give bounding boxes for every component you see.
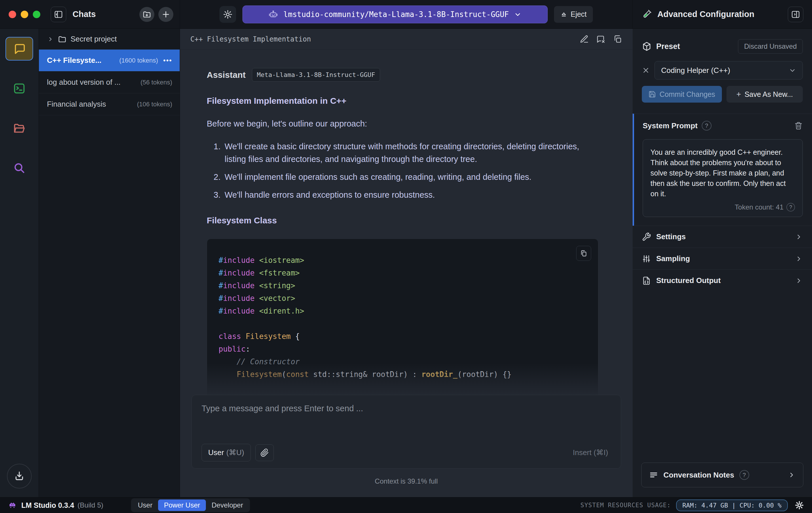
help-icon[interactable]: ? [702,121,712,131]
loaded-model-selector[interactable]: lmstudio-community/Meta-Llama-3.1-8B-Ins… [242,5,548,23]
insert-button[interactable]: Insert (⌘I) [570,444,611,461]
nav-chat-button[interactable] [5,37,33,60]
section-settings[interactable]: Settings [633,226,812,248]
system-prompt-box: You are an incredibly good C++ engineer.… [643,139,803,217]
discard-unsaved-button[interactable]: Discard Unsaved [738,39,803,54]
code-block: #include <iostream>#include <fstream>#in… [207,239,598,395]
paperclip-icon [260,449,269,457]
context-usage-status: Context is 39.1% full [192,477,621,485]
chevron-right-icon [795,233,803,241]
gear-icon [223,9,233,19]
message-scroll-area[interactable]: Assistant Meta-Llama-3.1-8B-Instruct-GGU… [180,50,633,395]
new-folder-button[interactable] [139,7,154,22]
conversation-notes-label: Conversation Notes [663,470,734,480]
top-bar-left: Chats [0,0,180,29]
tier-power-user[interactable]: Power User [158,500,206,511]
message-heading-2: Filesystem Class [207,216,598,225]
resources-usage-label: SYSTEM RESOURCES USAGE: [580,502,671,509]
minimize-window-button[interactable] [21,11,28,18]
chat-list-item[interactable]: log about version of ... (56 tokens) [39,72,180,93]
advanced-config-panel: Preset Discard Unsaved Coding Helper (C+… [633,29,812,497]
clear-preset-button[interactable] [642,66,650,74]
notes-lines-icon [649,470,658,480]
nav-my-models-button[interactable] [5,116,33,140]
nav-discover-button[interactable] [5,156,33,180]
chat-item-menu-button[interactable]: ••• [163,56,172,64]
sliders-icon [642,254,651,263]
tier-developer[interactable]: Developer [206,500,249,511]
code-content: #include <iostream>#include <fstream>#in… [219,254,586,395]
preset-select[interactable]: Coding Helper (C++) [655,61,803,80]
chat-title: C++ Filesyste... [47,56,102,65]
eject-model-button[interactable]: Eject [554,6,593,23]
section-label: Sampling [656,254,690,263]
save-icon [648,90,656,98]
user-tier-switcher: User Power User Developer [131,498,250,512]
app-version-label: LM Studio 0.3.4 [21,501,74,510]
save-as-new-button[interactable]: + Save As New... [726,86,803,103]
robot-icon [268,9,278,19]
conversation-notes-button[interactable]: Conversation Notes ? [641,463,803,487]
toggle-right-panel-button[interactable] [788,7,803,22]
nav-developer-button[interactable] [5,77,33,100]
new-chat-button[interactable] [158,7,173,22]
downloads-button[interactable] [7,464,32,488]
chats-panel-title: Chats [72,9,96,19]
top-bar: Chats lms [0,0,812,29]
resources-usage-value[interactable]: RAM: 4.47 GB | CPU: 0.00 % [676,500,788,511]
trash-icon[interactable] [794,122,803,130]
chevron-right-icon [787,471,795,479]
chevron-right-icon [795,277,803,285]
toggle-sidebar-button[interactable] [51,7,66,22]
plus-icon: + [736,90,741,99]
clear-chat-icon[interactable] [596,34,606,44]
status-bar: LM Studio 0.3.4 (Build 5) User Power Use… [0,497,812,513]
assistant-message: Filesystem Implementation in C++ Before … [207,96,598,395]
zoom-window-button[interactable] [33,11,40,18]
left-icon-rail [0,29,39,497]
panel-left-icon [54,10,63,19]
section-sampling[interactable]: Sampling [633,248,812,269]
download-icon [13,470,25,482]
lm-studio-window: Chats lms [0,0,812,513]
commit-changes-button[interactable]: Commit Changes [642,86,722,103]
chat-list-item[interactable]: Financial analysis (106 tokens) [39,93,180,115]
role-label: User [208,448,224,457]
help-icon[interactable]: ? [740,470,749,480]
assistant-model-badge: Meta-Llama-3.1-8B-Instruct-GGUF [252,68,380,82]
assistant-label: Assistant [207,70,245,80]
chat-title: Financial analysis [47,100,106,109]
section-structured-output[interactable]: Structured Output [633,269,812,291]
chat-folder-secret-project[interactable]: Secret project [39,29,180,50]
model-settings-button[interactable] [220,6,236,23]
chevron-right-icon [795,255,803,263]
close-icon [642,66,650,74]
top-bar-right: Advanced Configuration [633,0,812,29]
help-icon[interactable]: ? [786,203,795,212]
tier-user[interactable]: User [132,500,158,511]
message-input[interactable] [202,404,611,444]
chat-bubble-icon [13,42,26,55]
role-selector-button[interactable]: User (⌘U) [202,444,251,461]
lm-studio-logo-icon [8,501,17,510]
chat-title: log about version of ... [47,78,121,87]
folder-icon [58,35,66,44]
test-tube-icon [641,9,652,20]
close-window-button[interactable] [9,11,16,18]
approach-item: We'll implement file operations such as … [223,171,598,183]
copy-code-button[interactable] [576,246,591,261]
system-prompt-text[interactable]: You are an incredibly good C++ engineer.… [650,147,795,199]
chat-list-item[interactable]: C++ Filesyste... (1600 tokens) ••• [39,50,180,72]
message-heading-1: Filesystem Implementation in C++ [207,96,598,106]
section-label: Settings [656,232,686,241]
input-zone: User (⌘U) Insert (⌘I) Context is 39.1% f… [180,395,633,497]
commit-changes-label: Commit Changes [659,90,715,99]
wrench-icon [642,232,651,242]
chevron-right-icon [47,36,54,43]
plus-icon [161,10,171,19]
attach-file-button[interactable] [255,444,274,461]
quill-icon[interactable] [580,34,589,44]
gear-icon[interactable] [795,501,804,510]
chat-token-count: (1600 tokens) [119,57,158,64]
duplicate-icon[interactable] [613,34,622,44]
